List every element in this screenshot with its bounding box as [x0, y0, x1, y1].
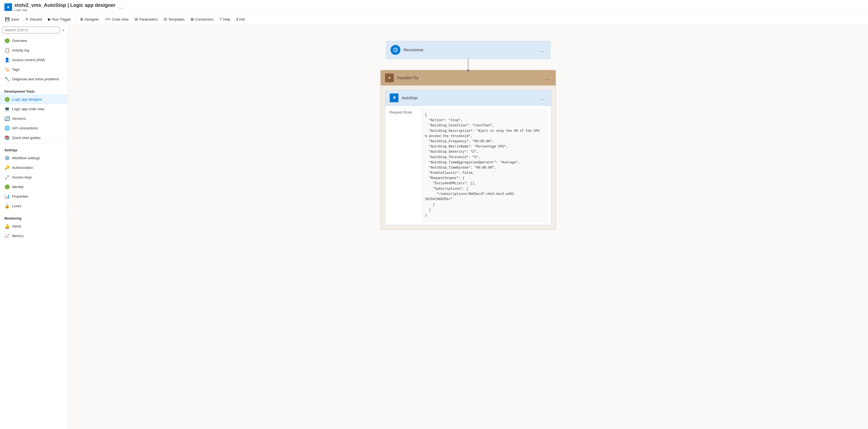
- section-monitoring: Monitoring: [0, 213, 68, 222]
- info-label: Info: [239, 17, 245, 21]
- alerts-icon: 🔔: [4, 224, 9, 229]
- toolbar: 💾 Save ✕ Discard ▶ Run Trigger ⊞ Designe…: [0, 14, 868, 24]
- designer-icon: ⊞: [80, 17, 83, 21]
- autostop-icon: [390, 94, 399, 102]
- autostop-node: AutoStop ... Request Body { "Action": "s…: [385, 90, 551, 225]
- sidebar-item-diagnose[interactable]: 🔧 Diagnose and solve problems: [0, 74, 68, 84]
- parameters-label: Parameters: [139, 17, 158, 21]
- sidebar-label-activity-log: Activity log: [12, 48, 29, 52]
- nav-divider-3: [0, 212, 68, 212]
- sidebar-label-diagnose: Diagnose and solve problems: [12, 77, 59, 81]
- recurrence-icon: [391, 45, 400, 55]
- authorization-icon: 🔑: [4, 165, 9, 170]
- recurrence-node[interactable]: Recurrence ...: [386, 41, 551, 59]
- app-ellipsis-button[interactable]: ...: [118, 4, 124, 10]
- function-try-more-button[interactable]: ...: [543, 74, 551, 82]
- sidebar-item-api-connections[interactable]: 🌐 API connections: [0, 123, 68, 133]
- code-view-icon: 💻: [4, 106, 9, 111]
- sidebar-item-workflow-settings[interactable]: ⚙️ Workflow settings: [0, 153, 68, 163]
- autostop-header: AutoStop ...: [385, 90, 551, 106]
- app-subtitle: Logic app: [14, 8, 116, 11]
- recurrence-more-button[interactable]: ...: [538, 46, 546, 54]
- function-try-title: Function-Try: [397, 76, 540, 80]
- sidebar-label-identity: Identity: [12, 185, 24, 189]
- connectors-button[interactable]: ⊠ Connectors: [188, 15, 216, 23]
- sidebar-item-tags[interactable]: 🏷️ Tags: [0, 65, 68, 74]
- sidebar-search-container: «: [0, 24, 68, 36]
- sidebar-item-access-control[interactable]: 👤 Access control (IAM): [0, 55, 68, 65]
- code-view-label: Code view: [112, 17, 129, 21]
- sidebar-label-logic-app-designer: Logic app designer: [12, 97, 42, 101]
- templates-icon: ⊟: [164, 17, 167, 21]
- sidebar-item-access-keys[interactable]: 🗝️ Access keys: [0, 172, 68, 182]
- sidebar-item-properties[interactable]: 📊 Properties: [0, 192, 68, 201]
- sidebar-item-logic-app-code-view[interactable]: 💻 Logic app code view: [0, 104, 68, 114]
- app-icon: [4, 3, 12, 11]
- run-icon: ▶: [48, 17, 51, 21]
- parameters-button[interactable]: ⊞ Parameters: [132, 15, 160, 23]
- main-layout: « 🟢 Overview 📋 Activity log 👤 Access con…: [0, 24, 868, 429]
- autostop-more-button[interactable]: ...: [539, 94, 547, 102]
- sidebar-item-locks[interactable]: 🔒 Locks: [0, 201, 68, 211]
- connectors-label: Connectors: [195, 17, 213, 21]
- sidebar-item-alerts[interactable]: 🔔 Alerts: [0, 222, 68, 231]
- request-body-label: Request Body: [390, 109, 417, 222]
- collapse-sidebar-button[interactable]: «: [61, 27, 66, 33]
- request-body-content: { "Action": "stop", "AutoStop_Condition"…: [422, 109, 547, 222]
- parameters-icon: ⊞: [135, 17, 138, 21]
- sidebar-item-versions[interactable]: 🔄 Versions: [0, 114, 68, 123]
- quick-start-icon: 📚: [4, 135, 9, 140]
- search-input[interactable]: [2, 27, 60, 33]
- sidebar-label-locks: Locks: [12, 204, 21, 208]
- locks-icon: 🔒: [4, 203, 9, 208]
- sidebar-item-identity[interactable]: 🟢 Identity: [0, 182, 68, 192]
- save-label: Save: [11, 17, 19, 21]
- discard-label: Discard: [30, 17, 42, 21]
- canvas-area: Recurrence ... Function-Try ...: [68, 24, 868, 429]
- sidebar-item-activity-log[interactable]: 📋 Activity log: [0, 45, 68, 55]
- sidebar-label-workflow-settings: Workflow settings: [12, 156, 40, 160]
- designer-label: Designer: [85, 17, 99, 21]
- workflow-arrow-1: [468, 59, 468, 70]
- connectors-icon: ⊠: [191, 17, 194, 21]
- run-trigger-button[interactable]: ▶ Run Trigger: [45, 15, 74, 23]
- diagnose-icon: 🔧: [4, 76, 9, 82]
- templates-button[interactable]: ⊟ Templates: [161, 15, 187, 23]
- discard-button[interactable]: ✕ Discard: [23, 15, 45, 23]
- top-header: ststv2_vms_AutoStop | Logic app designer…: [0, 0, 868, 14]
- sidebar-label-authorization: Authorization: [12, 166, 33, 170]
- info-button[interactable]: ℹ Info: [234, 15, 248, 23]
- save-button[interactable]: 💾 Save: [2, 15, 22, 23]
- properties-icon: 📊: [4, 194, 9, 199]
- tags-icon: 🏷️: [4, 67, 9, 72]
- nav-divider-1: [0, 85, 68, 85]
- api-connections-icon: 🌐: [4, 126, 9, 131]
- templates-label: Templates: [168, 17, 185, 21]
- logic-app-designer-icon: 🟢: [4, 97, 9, 102]
- access-control-icon: 👤: [4, 57, 9, 63]
- help-icon: ?: [220, 17, 222, 21]
- autostop-title: AutoStop: [402, 96, 535, 100]
- sidebar-label-versions: Versions: [12, 117, 26, 121]
- sidebar-label-logic-app-code-view: Logic app code view: [12, 107, 44, 111]
- help-button[interactable]: ? Help: [217, 15, 234, 23]
- sidebar-label-access-control: Access control (IAM): [12, 58, 45, 62]
- versions-icon: 🔄: [4, 116, 9, 121]
- toolbar-separator-1: [75, 16, 76, 23]
- workflow-container: Recurrence ... Function-Try ...: [380, 41, 556, 418]
- function-try-icon: [385, 73, 394, 82]
- access-keys-icon: 🗝️: [4, 175, 9, 180]
- sidebar-item-authorization[interactable]: 🔑 Authorization: [0, 163, 68, 172]
- sidebar-item-logic-app-designer[interactable]: 🟢 Logic app designer: [0, 95, 68, 104]
- app-title: ststv2_vms_AutoStop | Logic app designer: [14, 2, 116, 8]
- discard-icon: ✕: [25, 17, 29, 21]
- code-view-button[interactable]: </> Code view: [102, 15, 131, 23]
- sidebar-item-metrics[interactable]: 📈 Metrics: [0, 231, 68, 241]
- activity-log-icon: 📋: [4, 48, 9, 53]
- designer-button[interactable]: ⊞ Designer: [78, 15, 102, 23]
- app-title-block: ststv2_vms_AutoStop | Logic app designer…: [14, 2, 116, 11]
- recurrence-title: Recurrence: [404, 48, 534, 52]
- sidebar-item-quick-start[interactable]: 📚 Quick start guides: [0, 133, 68, 142]
- sidebar-item-overview[interactable]: 🟢 Overview: [0, 36, 68, 45]
- sidebar-label-properties: Properties: [12, 194, 28, 198]
